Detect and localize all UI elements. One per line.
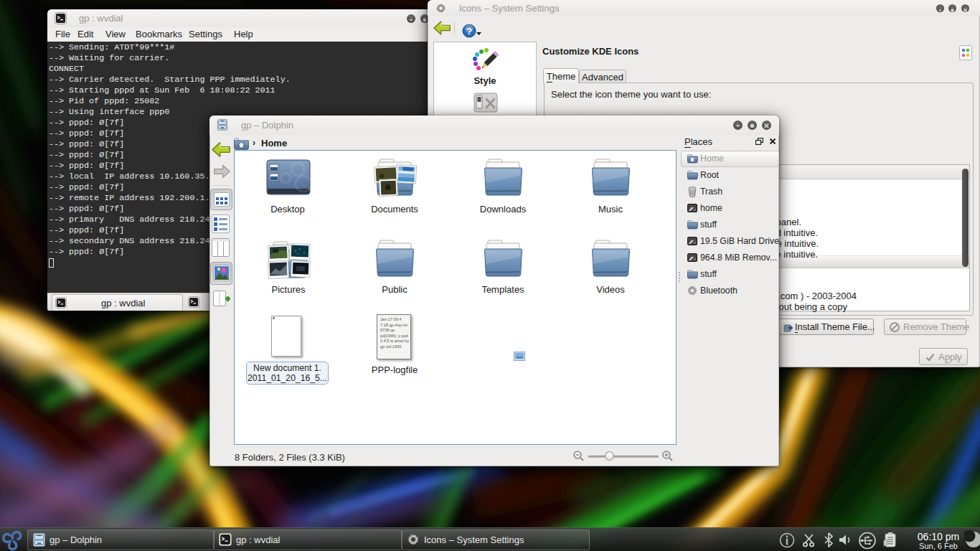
svg-text:?: ? (466, 26, 472, 37)
